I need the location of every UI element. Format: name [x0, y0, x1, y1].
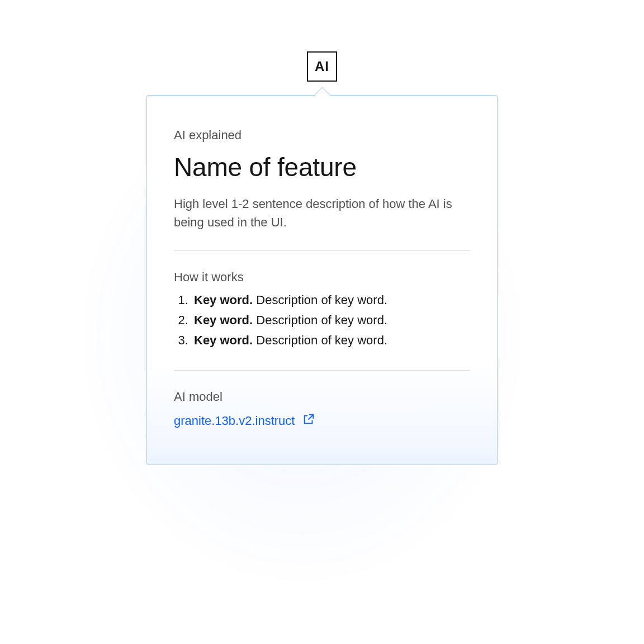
list-item-keyword: Key word.: [194, 333, 253, 347]
list-item-keyword: Key word.: [194, 313, 253, 327]
list-item-text: Description of key word.: [253, 293, 387, 307]
list-item: Key word. Description of key word.: [192, 330, 470, 351]
ai-badge-label: AI: [315, 59, 329, 74]
ai-model-link[interactable]: granite.13b.v2.instruct: [174, 413, 315, 429]
how-it-works-list: Key word. Description of key word. Key w…: [174, 290, 470, 351]
ai-explained-popover: AI explained Name of feature High level …: [146, 95, 498, 465]
popover-eyebrow: AI explained: [174, 128, 470, 143]
popover-title: Name of feature: [174, 153, 470, 182]
list-item-text: Description of key word.: [253, 333, 387, 347]
ai-badge[interactable]: AI: [307, 51, 337, 82]
list-item: Key word. Description of key word.: [192, 310, 470, 330]
svg-line-0: [309, 415, 313, 419]
popover-description: High level 1-2 sentence description of h…: [174, 195, 470, 231]
ai-model-label: AI model: [174, 390, 470, 404]
how-it-works-label: How it works: [174, 270, 470, 285]
list-item-text: Description of key word.: [253, 313, 387, 327]
divider: [174, 250, 470, 251]
list-item-keyword: Key word.: [194, 293, 253, 307]
divider: [174, 370, 470, 371]
list-item: Key word. Description of key word.: [192, 290, 470, 310]
ai-model-link-text: granite.13b.v2.instruct: [174, 414, 295, 428]
external-link-icon: [302, 413, 315, 429]
